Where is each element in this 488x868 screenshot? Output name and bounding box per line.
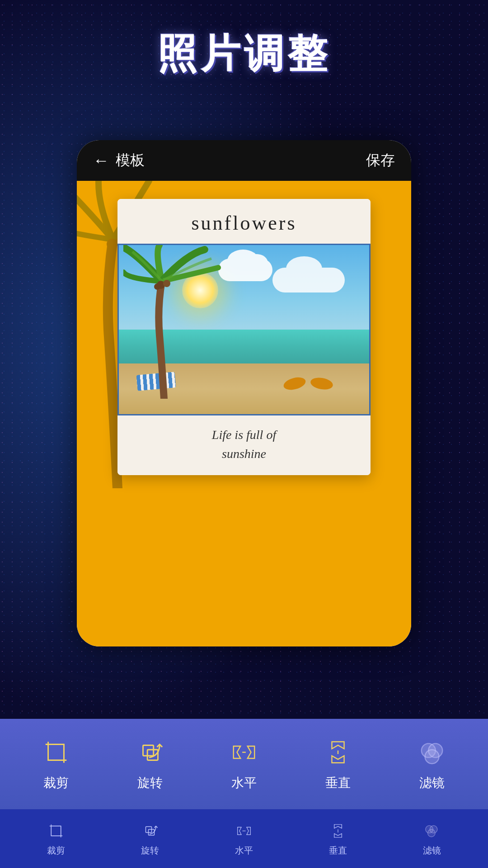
- nav-label-vertical: 垂直: [329, 844, 347, 857]
- svg-rect-5: [48, 745, 64, 760]
- save-button[interactable]: 保存: [366, 151, 395, 170]
- back-arrow-icon[interactable]: ←: [93, 151, 109, 170]
- card-title: sunflowers: [117, 199, 371, 244]
- nav-vertical-icon: [328, 821, 348, 841]
- nav-horizontal-icon: [234, 821, 254, 841]
- nav-item-horizontal[interactable]: 水平: [234, 821, 254, 857]
- svg-point-3: [163, 280, 170, 287]
- beach-cloud1: [218, 259, 272, 281]
- svg-point-28: [428, 829, 436, 837]
- palm-tree: [123, 245, 223, 399]
- nav-item-rotate[interactable]: 旋转: [140, 821, 160, 857]
- nav-item-vertical[interactable]: 垂直: [328, 821, 348, 857]
- app-title: 照片调整: [0, 27, 488, 81]
- svg-marker-20: [238, 827, 241, 835]
- toolbar-label-crop: 裁剪: [43, 774, 69, 792]
- phone-topbar: ← 模板 保存: [77, 140, 411, 181]
- nav-filter-icon: [422, 821, 442, 841]
- svg-marker-23: [334, 824, 342, 828]
- card-caption: Life is full of sunshine: [117, 415, 371, 475]
- toolbar-label-horizontal: 水平: [231, 774, 257, 792]
- toolbar-item-crop[interactable]: 裁剪: [40, 736, 72, 792]
- toolbar-label-rotate: 旋转: [137, 774, 163, 792]
- toolbar-item-rotate[interactable]: 旋转: [134, 736, 166, 792]
- crop-icon: [40, 736, 72, 768]
- nav-label-rotate: 旋转: [141, 844, 159, 857]
- svg-marker-11: [332, 742, 344, 749]
- nav-crop-icon: [46, 821, 66, 841]
- toolbar-label-vertical: 垂直: [325, 774, 351, 792]
- toolbar-item-horizontal[interactable]: 水平: [228, 736, 260, 792]
- nav-label-crop: 裁剪: [47, 844, 65, 857]
- card-caption-line1: Life is full of: [212, 428, 276, 442]
- phone-content: sunflowers: [77, 181, 411, 646]
- nav-item-filter[interactable]: 滤镜: [422, 821, 442, 857]
- filter-icon: [416, 736, 448, 768]
- toolbar-item-vertical[interactable]: 垂直: [322, 736, 354, 792]
- nav-item-crop[interactable]: 裁剪: [46, 821, 66, 857]
- nav-rotate-icon: [140, 821, 160, 841]
- horizontal-icon: [228, 736, 260, 768]
- nav-section-label: 模板: [116, 151, 145, 170]
- card-caption-line2: sunshine: [222, 447, 266, 461]
- phone-mockup: ← 模板 保存 sunflowers: [77, 140, 411, 646]
- vertical-icon: [322, 736, 354, 768]
- svg-marker-8: [234, 746, 241, 758]
- bottom-nav: 裁剪 旋转 水平: [0, 809, 488, 868]
- nav-back-section[interactable]: ← 模板: [93, 151, 145, 170]
- toolbar-label-filter: 滤镜: [419, 774, 445, 792]
- beach-cloud2: [272, 268, 345, 292]
- svg-marker-9: [248, 746, 255, 758]
- card-image: [117, 244, 371, 415]
- svg-rect-17: [51, 826, 61, 835]
- svg-marker-24: [334, 833, 342, 837]
- rotate-icon: [134, 736, 166, 768]
- svg-marker-12: [332, 756, 344, 763]
- nav-label-horizontal: 水平: [235, 844, 253, 857]
- svg-point-16: [425, 750, 439, 764]
- svg-point-4: [154, 283, 160, 290]
- svg-marker-21: [247, 827, 250, 835]
- bottom-toolbar: 裁剪 旋转 水平: [0, 719, 488, 809]
- svg-rect-6: [143, 745, 154, 756]
- nav-label-filter: 滤镜: [423, 844, 441, 857]
- toolbar-item-filter[interactable]: 滤镜: [416, 736, 448, 792]
- photo-card: sunflowers: [117, 199, 371, 475]
